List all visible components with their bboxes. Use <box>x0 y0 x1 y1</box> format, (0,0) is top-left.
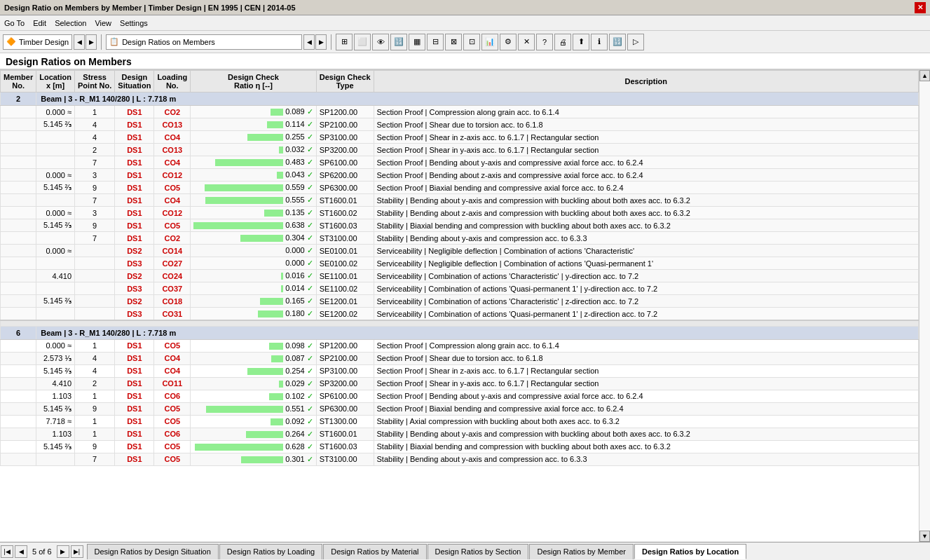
table-row: 7DS1CO40.555 ✓ST1600.01Stability | Bendi… <box>1 194 919 207</box>
cell-member <box>1 428 36 440</box>
cell-ratio: 0.165 ✓ <box>191 295 317 308</box>
cell-situation: DS1 <box>115 232 154 245</box>
sep1 <box>101 34 102 50</box>
cell-stress-pt <box>75 257 115 270</box>
scroll-track[interactable] <box>919 81 930 531</box>
export-btn[interactable]: 📊 <box>481 34 498 50</box>
cell-loading: CO2 <box>154 232 191 245</box>
info2-btn[interactable]: ℹ <box>591 34 608 50</box>
close-button[interactable]: ✕ <box>915 2 926 13</box>
tab-2[interactable]: Design Ratios by Material <box>323 544 426 559</box>
help-btn[interactable]: ? <box>536 34 553 50</box>
table-area: MemberNo. Locationx [m] StressPoint No. … <box>0 70 930 542</box>
filter-btn[interactable]: ⊞ <box>336 34 353 50</box>
tab-4[interactable]: Design Ratios by Member <box>529 544 634 559</box>
print-btn[interactable]: 🖨 <box>554 34 571 50</box>
cell-member <box>1 364 36 377</box>
cell-loading: CO31 <box>154 308 191 321</box>
cell-ratio: 0.032 ✓ <box>191 144 317 156</box>
ratio-value: 0.000 <box>285 259 305 267</box>
info-btn[interactable]: ⬆ <box>573 34 589 50</box>
cell-check-type: SP6200.00 <box>316 169 374 182</box>
toolbar: 🔶 Timber Design ◀ ▶ 📋 Design Ratios on M… <box>0 31 930 53</box>
cell-stress-pt: 2 <box>75 144 115 156</box>
tab-3[interactable]: Design Ratios by Section <box>428 544 529 559</box>
cell-member <box>1 144 36 156</box>
page-next[interactable]: ▶ <box>57 545 69 558</box>
member-no-1: 6 <box>1 326 36 339</box>
timber-next[interactable]: ▶ <box>86 34 97 50</box>
cell-check-type: ST1600.03 <box>316 219 374 232</box>
menu-view[interactable]: View <box>95 19 111 27</box>
scroll-down[interactable]: ▼ <box>919 531 930 542</box>
view-dropdown[interactable]: 📋 Design Ratios on Members <box>106 34 302 50</box>
cell-location: 0.000 ≈ <box>36 106 75 118</box>
menu-selection[interactable]: Selection <box>55 19 86 27</box>
view-prev[interactable]: ◀ <box>303 34 315 50</box>
page-first[interactable]: |◀ <box>1 545 13 558</box>
page-prev[interactable]: ◀ <box>15 545 27 558</box>
scroll-up[interactable]: ▲ <box>919 70 930 81</box>
table-row: 0.000 ≈1DS1CO50.098 ✓SP1200.00Section Pr… <box>1 339 919 352</box>
settings2-btn[interactable]: ⚙ <box>500 34 517 50</box>
cell-check-type: SP3200.00 <box>316 144 374 156</box>
cell-situation: DS1 <box>115 428 154 440</box>
table-container[interactable]: MemberNo. Locationx [m] StressPoint No. … <box>0 70 919 542</box>
tabs-container: Design Ratios by Design SituationDesign … <box>87 544 748 559</box>
cell-ratio: 0.304 ✓ <box>191 232 317 245</box>
cell-stress-pt: 4 <box>75 364 115 377</box>
tab-0[interactable]: Design Ratios by Design Situation <box>87 544 219 559</box>
check-mark: ✓ <box>305 259 313 267</box>
page-last[interactable]: ▶| <box>71 545 83 558</box>
ratio-bar <box>260 298 283 305</box>
cell-member <box>1 270 36 282</box>
cell-ratio: 0.000 ✓ <box>191 257 317 270</box>
ratio-value: 0.102 <box>285 392 305 400</box>
close2-btn[interactable]: ✕ <box>518 34 535 50</box>
grid2-btn[interactable]: ⊟ <box>427 34 444 50</box>
ratio-bar <box>271 355 283 362</box>
ratio-bar <box>264 210 283 217</box>
table-btn[interactable]: 🔢 <box>390 34 407 50</box>
cell-check-type: SE1100.01 <box>316 270 374 282</box>
ratio-value: 0.301 <box>285 455 305 463</box>
tab-1[interactable]: Design Ratios by Loading <box>219 544 322 559</box>
ratio-value: 0.114 <box>285 120 305 128</box>
cell-check-type: ST3100.00 <box>316 453 374 465</box>
cell-loading: CO14 <box>154 245 191 257</box>
cell-loading: CO5 <box>154 415 191 428</box>
timber-prev[interactable]: ◀ <box>74 34 85 50</box>
cell-description: Section Proof | Bending about z-axis and… <box>374 169 919 182</box>
table-row: 5.145 ²⁄₃9DS1CO50.559 ✓SP6300.00Section … <box>1 182 919 194</box>
menu-settings[interactable]: Settings <box>120 19 148 27</box>
col-description: Description <box>374 71 919 93</box>
right-scrollbar[interactable]: ▲ ▼ <box>919 70 930 542</box>
view-mode-btn[interactable]: 👁 <box>372 34 389 50</box>
ratio-value: 0.180 <box>285 309 305 317</box>
cell-situation: DS1 <box>115 402 154 415</box>
grid-btn[interactable]: ▦ <box>409 34 425 50</box>
ratio-value: 0.254 <box>285 367 305 375</box>
timber-design-dropdown[interactable]: 🔶 Timber Design <box>3 34 72 50</box>
cell-loading: CO13 <box>154 118 191 131</box>
timber-design-label: Timber Design <box>19 38 69 46</box>
check-mark: ✓ <box>305 341 313 350</box>
table-row: 7DS1CO40.483 ✓SP6100.00Section Proof | B… <box>1 156 919 169</box>
grid3-btn[interactable]: ⊠ <box>445 34 462 50</box>
group-header-1: 6Beam | 3 - R_M1 140/280 | L : 7.718 m <box>1 326 919 339</box>
view-next[interactable]: ▶ <box>315 34 327 50</box>
check-mark: ✓ <box>305 246 313 254</box>
tab-5[interactable]: Design Ratios by Location <box>634 544 746 559</box>
nav2-btn[interactable]: ▷ <box>627 34 644 50</box>
panel-title-text: Design Ratios on Members <box>6 56 132 67</box>
menu-edit[interactable]: Edit <box>33 19 46 27</box>
sep2 <box>331 34 331 50</box>
ratio-bar <box>247 368 283 375</box>
cell-loading: CO5 <box>154 440 191 453</box>
select-btn[interactable]: ⬜ <box>354 34 371 50</box>
cell-member <box>1 131 36 144</box>
nav-btn[interactable]: 🔢 <box>609 34 626 50</box>
menu-goto[interactable]: Go To <box>4 19 25 27</box>
grid4-btn[interactable]: ⊡ <box>463 34 480 50</box>
ratio-bar <box>247 134 283 141</box>
